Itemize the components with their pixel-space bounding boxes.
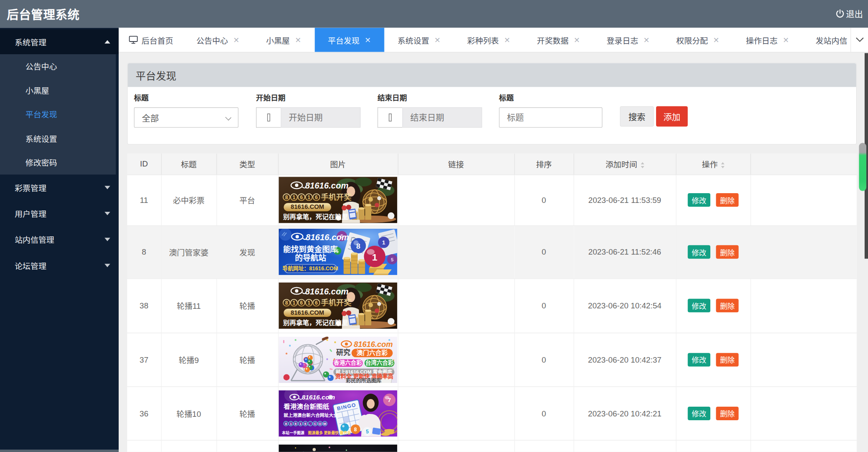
tab-permission-assign[interactable]: 权限分配 × bbox=[663, 28, 732, 52]
tab-close-icon[interactable]: × bbox=[233, 36, 239, 44]
title-input[interactable] bbox=[499, 107, 602, 128]
svg-text:1: 1 bbox=[307, 194, 310, 200]
filter-buttons: 搜索 添加 bbox=[620, 106, 688, 127]
tab-operation-log[interactable]: 操作日志 × bbox=[733, 28, 802, 52]
delete-button[interactable]: 删除 bbox=[716, 406, 738, 420]
edit-button[interactable]: 修改 bbox=[688, 406, 710, 420]
column-header-operation[interactable]: 操作 bbox=[676, 154, 751, 175]
tab-black-house[interactable]: 小黑屋 × bbox=[253, 28, 314, 52]
tab-draw-data[interactable]: 开奖数据 × bbox=[523, 28, 593, 52]
cell-id: 11 bbox=[127, 175, 161, 225]
banner-line2: 的导航站 bbox=[295, 253, 326, 262]
tab-announcement-center[interactable]: 公告中心 × bbox=[183, 28, 253, 52]
sidebar-item-platform-discovery[interactable]: 平台发现 bbox=[0, 102, 116, 126]
sidebar-section-user[interactable]: 用户管理 bbox=[0, 200, 119, 226]
sort-icon bbox=[640, 162, 644, 168]
delete-button[interactable]: 删除 bbox=[716, 245, 738, 259]
end-date-input[interactable] bbox=[402, 107, 482, 128]
tab-label: 权限分配 bbox=[676, 34, 708, 46]
banner-line1: 能找到黄金图库 bbox=[283, 245, 338, 254]
tab-bar: 后台首页 公告中心 × 小黑屋 × 平台发现 × 系统设置 × 彩种列表 × 开… bbox=[119, 28, 868, 53]
start-date-input[interactable] bbox=[281, 107, 361, 128]
column-header-add-time[interactable]: 添加时间 bbox=[573, 154, 676, 175]
sidebar-item-announcement-center[interactable]: 公告中心 bbox=[0, 54, 116, 78]
search-button[interactable]: 搜索 bbox=[620, 106, 654, 127]
cell-extra bbox=[751, 333, 857, 386]
svg-text:1: 1 bbox=[372, 252, 378, 263]
edit-button[interactable]: 修改 bbox=[688, 299, 710, 312]
logout-button[interactable]: 退出 bbox=[835, 8, 868, 20]
date-input-group bbox=[256, 107, 361, 128]
cell-operation bbox=[676, 440, 751, 452]
tab-close-icon[interactable]: × bbox=[783, 36, 789, 44]
scrollbar-thumb[interactable] bbox=[859, 143, 866, 191]
sidebar-section-message[interactable]: 站内信管理 bbox=[0, 226, 119, 252]
tab-system-settings[interactable]: 系统设置 × bbox=[384, 28, 454, 52]
edit-button[interactable]: 修改 bbox=[688, 245, 710, 259]
cell-extra bbox=[751, 278, 857, 333]
table-row: 38 轮播11 轮播 81616.com 81616 手机开奖 81616.CO… bbox=[127, 278, 857, 333]
cell-type: 轮播 bbox=[217, 333, 278, 386]
cell-extra bbox=[751, 440, 857, 452]
filter-form: 标题 全部 开始日期 结束日期 bbox=[128, 87, 856, 144]
cell-operation: 修改删除 bbox=[676, 386, 751, 440]
filter-field: 标题 bbox=[499, 94, 620, 128]
banner-pill1: 澳门六合彩 bbox=[356, 349, 388, 356]
sidebar-section-label: 用户管理 bbox=[15, 208, 47, 219]
banner-pill: 导航网址：81616.COM bbox=[282, 265, 338, 272]
tab-close-icon[interactable]: × bbox=[713, 36, 719, 44]
banner-line2: 就上港澳台新六合网址大全 bbox=[284, 412, 338, 417]
svg-text:6: 6 bbox=[300, 300, 303, 306]
cell-operation: 修改删除 bbox=[676, 333, 751, 386]
date-input-group bbox=[378, 107, 482, 128]
chevron-up-icon bbox=[105, 40, 110, 44]
chevron-down-icon bbox=[105, 186, 110, 189]
tab-close-icon[interactable]: × bbox=[434, 36, 441, 44]
tab-lottery-type-list[interactable]: 彩种列表 × bbox=[454, 28, 523, 52]
power-icon bbox=[835, 9, 845, 19]
column-header-sort: 排序 bbox=[514, 154, 573, 175]
cell-sort: 0 bbox=[514, 278, 573, 333]
cell-id: 8 bbox=[127, 225, 161, 278]
tab-close-icon[interactable]: × bbox=[504, 36, 510, 44]
tab-close-icon[interactable]: × bbox=[364, 36, 371, 44]
delete-button[interactable]: 删除 bbox=[716, 193, 738, 207]
sidebar-item-change-password[interactable]: 修改密码 bbox=[0, 150, 116, 175]
cell-type: 轮播 bbox=[217, 386, 278, 440]
content-area: 平台发现 标题 全部 开始日期 结束日期 bbox=[119, 53, 868, 452]
banner-line1: 手机开奖 bbox=[321, 298, 352, 307]
sidebar-item-system-settings[interactable]: 系统设置 bbox=[0, 126, 116, 150]
tab-close-icon[interactable]: × bbox=[573, 36, 580, 44]
sidebar-section-system[interactable]: 系统管理 bbox=[0, 29, 119, 54]
tab-home[interactable]: 后台首页 bbox=[119, 28, 183, 52]
cell-type: 发现 bbox=[217, 225, 278, 278]
cell-title: 澳门管家婆 bbox=[161, 225, 217, 278]
sidebar-section-lottery[interactable]: 彩票管理 bbox=[0, 174, 119, 200]
delete-button[interactable]: 删除 bbox=[716, 353, 738, 366]
type-select[interactable]: 全部 bbox=[134, 107, 239, 128]
add-button[interactable]: 添加 bbox=[656, 106, 688, 127]
calendar-icon-button[interactable] bbox=[256, 107, 281, 128]
sidebar-section-forum[interactable]: 论坛管理 bbox=[0, 252, 119, 278]
main-area: 后台首页 公告中心 × 小黑屋 × 平台发现 × 系统设置 × 彩种列表 × 开… bbox=[119, 28, 868, 452]
tab-close-icon[interactable]: × bbox=[295, 36, 301, 44]
banner-line4a: 本站一手图源 bbox=[281, 430, 304, 435]
select-chevron-icon bbox=[225, 114, 231, 120]
calendar-icon-button[interactable] bbox=[378, 107, 403, 128]
cell-link bbox=[398, 278, 515, 333]
tab-login-log[interactable]: 登录日志 × bbox=[593, 28, 663, 52]
tab-label: 小黑屋 bbox=[266, 34, 290, 46]
banner-image bbox=[278, 444, 397, 452]
table-header-row: ID 标题 类型 图片 链接 排序 添加时间 操作 bbox=[127, 154, 857, 175]
sidebar-item-black-house[interactable]: 小黑屋 bbox=[0, 78, 116, 103]
sidebar-section-label: 论坛管理 bbox=[15, 260, 47, 271]
delete-button[interactable]: 删除 bbox=[716, 299, 738, 312]
tab-close-icon[interactable]: × bbox=[643, 36, 650, 44]
tab-platform-discovery[interactable]: 平台发现 × bbox=[314, 28, 384, 52]
banner-line1: 手机开奖 bbox=[321, 193, 352, 202]
banner-image: 5 8 1 5 1 5 81616.com 能找到黄金图库 的导航站 导航网址：… bbox=[278, 229, 397, 275]
svg-text:1: 1 bbox=[300, 422, 302, 426]
tab-list-dropdown-button[interactable] bbox=[851, 28, 868, 53]
edit-button[interactable]: 修改 bbox=[688, 353, 710, 366]
edit-button[interactable]: 修改 bbox=[688, 193, 710, 207]
